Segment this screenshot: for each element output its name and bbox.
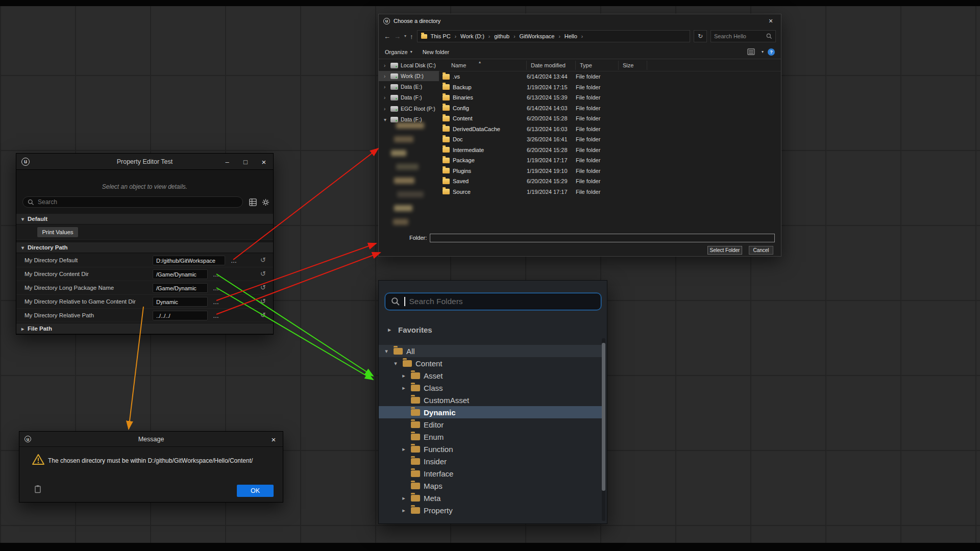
breadcrumb-segment[interactable]: GitWorkspace — [519, 33, 556, 39]
close-icon[interactable]: × — [264, 432, 283, 447]
history-dropdown-icon[interactable]: ▾ — [404, 34, 406, 38]
sidebar-item-drive[interactable]: › Local Disk (C:) — [379, 60, 439, 70]
section-header-directory-path[interactable]: ▾ Directory Path — [16, 242, 273, 253]
triangle-right-icon[interactable]: ▸ — [400, 385, 407, 391]
display-filter-button[interactable] — [249, 198, 257, 207]
breadcrumb-segment[interactable]: Work (D:) — [459, 33, 485, 39]
triangle-right-icon[interactable]: ▸ — [386, 327, 393, 333]
reset-to-default-icon[interactable]: ↺ — [260, 270, 266, 278]
scrollbar-thumb[interactable] — [602, 343, 605, 491]
breadcrumb-segment[interactable]: This PC — [430, 33, 452, 39]
reset-to-default-icon[interactable]: ↺ — [260, 297, 266, 305]
cancel-button[interactable]: Cancel — [749, 246, 773, 255]
column-header-size[interactable]: Size — [619, 61, 647, 70]
file-row[interactable]: Backup 1/19/2024 17:15 File folder — [439, 82, 781, 93]
tree-item-maps[interactable]: Maps — [379, 480, 602, 492]
column-header-date-modified[interactable]: Date modified — [527, 61, 576, 70]
tree-item-content[interactable]: ▾ Content — [379, 357, 602, 369]
breadcrumb-segment[interactable]: Hello — [564, 33, 578, 39]
browse-button[interactable]: … — [211, 270, 220, 278]
column-header-name[interactable]: Name — [439, 61, 527, 70]
property-value-field[interactable]: ../../../ — [153, 311, 208, 320]
help-icon[interactable]: ? — [768, 48, 775, 56]
tree-item-editor[interactable]: Editor — [379, 418, 602, 431]
minimize-icon[interactable]: – — [218, 154, 236, 170]
chevron-right-icon[interactable]: › — [384, 106, 388, 112]
tree-item-insider[interactable]: Insider — [379, 455, 602, 467]
breadcrumb-segment[interactable]: github — [493, 33, 510, 39]
file-row[interactable]: DerivedDataCache 6/13/2024 16:03 File fo… — [439, 124, 781, 135]
chevron-right-icon[interactable]: › — [384, 73, 388, 79]
back-icon[interactable]: ← — [384, 33, 390, 40]
sidebar-item-drive-selected[interactable]: › Work (D:) — [379, 71, 439, 81]
file-row[interactable]: Saved 6/20/2024 15:29 File folder — [439, 176, 781, 187]
folder-search-input[interactable]: Search Folders — [385, 293, 601, 310]
chevron-right-icon[interactable]: › — [384, 84, 388, 90]
copy-to-clipboard-icon[interactable] — [34, 485, 42, 493]
triangle-right-icon[interactable]: ▸ — [400, 495, 407, 502]
file-row[interactable]: Doc 3/26/2024 16:41 File folder — [439, 134, 781, 145]
tree-item-class[interactable]: ▸ Class — [379, 382, 602, 394]
refresh-button[interactable]: ↻ — [694, 30, 707, 42]
property-value-field[interactable]: Dynamic — [153, 297, 208, 307]
chevron-right-icon[interactable]: › — [384, 95, 388, 101]
chevron-down-icon[interactable]: ▾ — [762, 49, 764, 54]
property-value-field[interactable]: /Game/Dynamic — [153, 283, 208, 293]
triangle-right-icon[interactable]: ▸ — [400, 507, 407, 514]
address-bar[interactable]: This PC › Work (D:) › github › GitWorksp… — [417, 30, 690, 42]
browse-button[interactable]: … — [211, 284, 220, 292]
property-value-field[interactable]: D:/github/GitWorkspace — [153, 256, 225, 265]
section-header-default[interactable]: ▾ Default — [16, 214, 273, 224]
browse-button[interactable]: … — [211, 312, 220, 319]
sidebar-item-drive[interactable]: › EGC Root (P:) — [379, 104, 439, 114]
sidebar-item-drive[interactable]: › Data (F:) — [379, 92, 439, 103]
select-folder-button[interactable]: Select Folder — [707, 246, 742, 255]
file-row[interactable]: Source 1/19/2024 17:17 File folder — [439, 187, 781, 197]
triangle-right-icon[interactable]: ▸ — [400, 372, 407, 379]
property-value-field[interactable]: /Game/Dynamic — [153, 269, 208, 279]
file-row[interactable]: Package 1/19/2024 17:17 File folder — [439, 155, 781, 166]
up-icon[interactable]: ↑ — [410, 33, 413, 40]
search-input[interactable]: Search Hello — [710, 30, 776, 42]
reset-to-default-icon[interactable]: ↺ — [260, 311, 266, 319]
file-row[interactable]: Config 6/14/2024 14:03 File folder — [439, 103, 781, 114]
view-options-icon[interactable] — [747, 48, 755, 55]
chevron-right-icon[interactable]: › — [384, 63, 388, 68]
reset-to-default-icon[interactable]: ↺ — [260, 256, 266, 264]
ok-button[interactable]: OK — [237, 485, 274, 497]
organize-menu[interactable]: Organize ▾ — [385, 49, 412, 55]
new-folder-button[interactable]: New folder — [423, 49, 450, 55]
tree-item-function[interactable]: ▸ Function — [379, 443, 602, 455]
close-icon[interactable]: × — [761, 14, 781, 28]
triangle-right-icon[interactable]: ▸ — [400, 446, 407, 453]
file-row[interactable]: Binaries 6/13/2024 15:39 File folder — [439, 92, 781, 103]
tree-item-dynamic-selected[interactable]: Dynamic — [379, 406, 602, 418]
favorites-section[interactable]: ▸ Favorites — [386, 325, 432, 334]
details-search-input[interactable]: Search — [22, 196, 243, 208]
browse-button[interactable]: … — [211, 298, 220, 306]
tree-item-all[interactable]: ▾ All — [379, 345, 602, 357]
close-icon[interactable]: × — [255, 154, 273, 170]
forward-icon[interactable]: → — [394, 33, 401, 40]
folder-name-input[interactable] — [430, 234, 775, 242]
browse-button[interactable]: … — [229, 257, 238, 264]
tree-item-asset[interactable]: ▸ Asset — [379, 369, 602, 382]
settings-button[interactable] — [261, 198, 270, 207]
print-values-button[interactable]: Print Values — [37, 227, 79, 238]
maximize-icon[interactable]: □ — [236, 154, 255, 170]
tree-item-meta[interactable]: ▸ Meta — [379, 492, 602, 504]
chevron-down-icon[interactable]: ▾ — [384, 117, 388, 122]
scrollbar-track[interactable] — [602, 338, 605, 521]
tree-item-property[interactable]: ▸ Property — [379, 504, 602, 516]
tree-item-enum[interactable]: Enum — [379, 431, 602, 443]
file-row[interactable]: Intermediate 6/20/2024 15:28 File folder — [439, 145, 781, 156]
file-row[interactable]: .vs 6/14/2024 13:44 File folder — [439, 71, 781, 82]
reset-to-default-icon[interactable]: ↺ — [260, 284, 266, 291]
triangle-down-icon[interactable]: ▾ — [392, 360, 399, 367]
tree-item-interface[interactable]: Interface — [379, 467, 602, 480]
sidebar-item-drive[interactable]: › Data (E:) — [379, 82, 439, 92]
file-row[interactable]: Plugins 1/19/2024 19:10 File folder — [439, 166, 781, 177]
section-header-file-path[interactable]: ▸ File Path — [16, 323, 273, 334]
file-row[interactable]: Content 6/20/2024 15:28 File folder — [439, 113, 781, 124]
tree-item-customasset[interactable]: CustomAsset — [379, 394, 602, 406]
